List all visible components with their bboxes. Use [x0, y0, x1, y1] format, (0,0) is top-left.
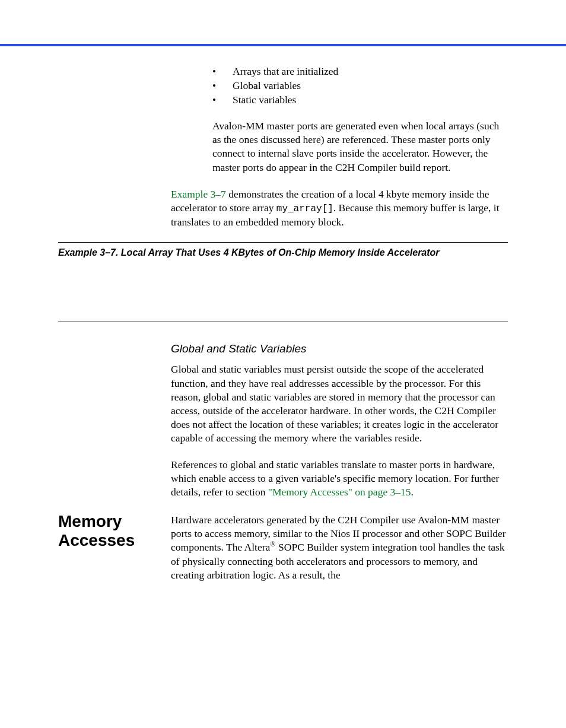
header-band [0, 0, 566, 46]
side-heading-memory-accesses: Memory Accesses [58, 512, 171, 550]
subheading-global-static: Global and Static Variables [171, 342, 508, 355]
example-caption: Example 3–7. Local Array That Uses 4 KBy… [58, 247, 508, 258]
list-item: Global variables [212, 79, 508, 93]
registered-mark-icon: ® [270, 541, 275, 549]
paragraph-avalon: Avalon-MM master ports are generated eve… [212, 119, 508, 174]
inline-code: my_array[] [276, 204, 333, 214]
list-item: Static variables [212, 93, 508, 107]
paragraph-example-lead: Example 3–7 demonstrates the creation of… [171, 187, 508, 229]
bullet-list: Arrays that are initialized Global varia… [212, 65, 508, 106]
paragraph-refs-global-static: References to global and static variable… [171, 458, 508, 499]
paragraph-memory-accesses: Hardware accelerators generated by the C… [171, 513, 508, 581]
list-item: Arrays that are initialized [212, 65, 508, 78]
memory-accesses-xref-link[interactable]: "Memory Accesses" on page 3–15 [268, 486, 411, 498]
example-ref-link[interactable]: Example 3–7 [171, 188, 226, 200]
code-block: int foo(int a, int b) { int my_array[102… [58, 264, 508, 317]
memory-accesses-section: Memory Accesses Hardware accelerators ge… [58, 513, 508, 595]
paragraph-global-static: Global and static variables must persist… [171, 363, 508, 445]
example-divider-top [58, 242, 508, 243]
page-content: Arrays that are initialized Global varia… [0, 46, 566, 619]
text-span: . [411, 486, 414, 498]
example-divider-bottom [58, 322, 508, 322]
